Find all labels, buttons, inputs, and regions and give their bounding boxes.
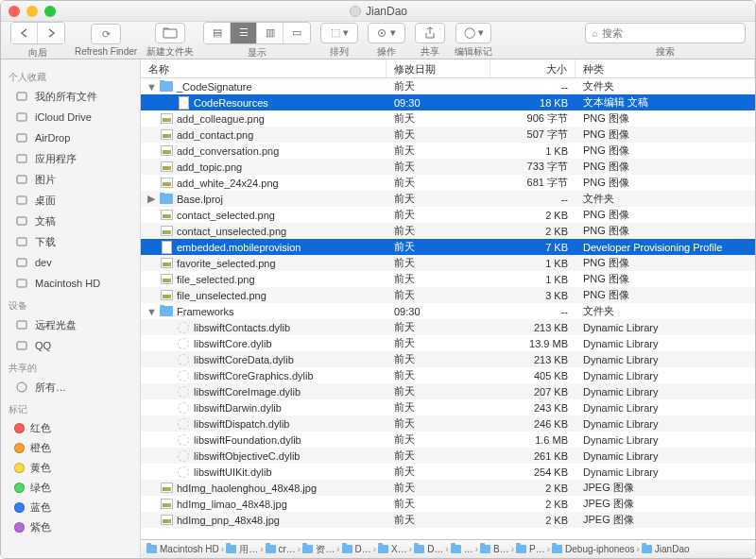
file-list[interactable]: ▼ _CodeSignature 前天 -- 文件夹 CodeResources… bbox=[141, 78, 755, 539]
disclosure-icon[interactable] bbox=[146, 145, 156, 157]
sidebar-item[interactable]: AirDrop bbox=[1, 127, 140, 148]
disclosure-icon[interactable] bbox=[146, 290, 156, 301]
action-button[interactable]: ▾ bbox=[368, 23, 405, 43]
file-row[interactable]: contact_selected.png 前天 2 KB PNG 图像 bbox=[141, 207, 755, 223]
sidebar-item[interactable]: 文稿 bbox=[1, 211, 140, 231]
column-header-kind[interactable]: 种类 bbox=[576, 59, 755, 77]
path-crumb[interactable]: cr… bbox=[266, 544, 296, 554]
sidebar-item[interactable]: 所有… bbox=[1, 377, 140, 398]
path-crumb[interactable]: Debug-iphoneos bbox=[552, 544, 634, 554]
search-input[interactable] bbox=[602, 27, 739, 39]
file-row[interactable]: libswiftCoreData.dylib 前天 213 KB Dynamic… bbox=[141, 351, 755, 367]
file-row[interactable]: embedded.mobileprovision 前天 7 KB Develop… bbox=[141, 239, 755, 255]
sidebar-tag[interactable]: 橙色 bbox=[1, 438, 140, 458]
edit-tags-button[interactable]: ◯ ▾ bbox=[455, 23, 491, 43]
new-folder-button[interactable] bbox=[155, 23, 185, 43]
disclosure-icon[interactable] bbox=[163, 402, 173, 414]
sidebar-item[interactable]: QQ bbox=[1, 335, 140, 356]
file-row[interactable]: add_white_24x24.png 前天 681 字节 PNG 图像 bbox=[141, 175, 755, 191]
file-row[interactable]: add_colleague.png 前天 906 字节 PNG 图像 bbox=[141, 110, 755, 127]
sidebar-item[interactable]: 应用程序 bbox=[1, 148, 140, 169]
path-crumb[interactable]: 用… bbox=[226, 543, 258, 556]
icon-view-button[interactable]: ▤ bbox=[204, 23, 231, 43]
file-row[interactable]: file_unselected.png 前天 3 KB PNG 图像 bbox=[141, 287, 755, 303]
sidebar-item[interactable]: 远程光盘 bbox=[1, 314, 140, 335]
sidebar-tag[interactable]: 红色 bbox=[1, 418, 140, 438]
arrange-button[interactable]: ⬚ ▾ bbox=[320, 23, 358, 43]
file-row[interactable]: hdImg_haolenghou_48x48.jpg 前天 2 KB JPEG … bbox=[141, 480, 755, 496]
path-crumb[interactable]: D… bbox=[342, 544, 371, 554]
file-row[interactable]: add_topic.png 前天 733 字节 PNG 图像 bbox=[141, 159, 755, 175]
file-row[interactable]: libswiftCore.dylib 前天 13.9 MB Dynamic Li… bbox=[141, 335, 755, 351]
file-row[interactable]: libswiftDarwin.dylib 前天 243 KB Dynamic L… bbox=[141, 399, 755, 415]
disclosure-icon[interactable] bbox=[146, 161, 156, 173]
disclosure-icon[interactable] bbox=[163, 466, 173, 478]
file-row[interactable]: favorite_selected.png 前天 1 KB PNG 图像 bbox=[141, 255, 755, 271]
file-row[interactable]: ▼ Frameworks 09:30 -- 文件夹 bbox=[141, 303, 755, 319]
file-row[interactable]: contact_unselected.png 前天 2 KB PNG 图像 bbox=[141, 223, 755, 239]
file-row[interactable]: libswiftContacts.dylib 前天 213 KB Dynamic… bbox=[141, 319, 755, 335]
file-row[interactable]: libswiftObjectiveC.dylib 前天 261 KB Dynam… bbox=[141, 448, 755, 464]
disclosure-icon[interactable] bbox=[163, 338, 173, 349]
forward-button[interactable] bbox=[38, 23, 64, 43]
file-row[interactable]: libswiftCoreImage.dylib 前天 207 KB Dynami… bbox=[141, 383, 755, 399]
file-row[interactable]: add_conversation.png 前天 1 KB PNG 图像 bbox=[141, 143, 755, 159]
path-crumb[interactable]: D… bbox=[414, 544, 443, 554]
sidebar-item[interactable]: 我的所有文件 bbox=[1, 86, 140, 107]
sidebar-item[interactable]: 桌面 bbox=[1, 190, 140, 211]
disclosure-icon[interactable] bbox=[146, 226, 156, 237]
file-row[interactable]: hdImg_limao_48x48.jpg 前天 2 KB JPEG 图像 bbox=[141, 496, 755, 512]
disclosure-icon[interactable] bbox=[146, 210, 156, 221]
file-row[interactable]: hdImg_pnp_48x48.jpg 前天 2 KB JPEG 图像 bbox=[141, 512, 755, 528]
path-crumb[interactable]: 资… bbox=[302, 543, 335, 556]
disclosure-icon[interactable]: ▶ bbox=[146, 193, 156, 205]
list-view-button[interactable]: ☰ bbox=[231, 23, 257, 43]
sidebar-tag[interactable]: 黄色 bbox=[1, 458, 140, 478]
path-crumb[interactable]: JianDao bbox=[642, 544, 690, 554]
file-row[interactable]: libswiftDispatch.dylib 前天 246 KB Dynamic… bbox=[141, 415, 755, 432]
disclosure-icon[interactable] bbox=[146, 129, 156, 141]
sidebar-item[interactable]: 下载 bbox=[1, 231, 140, 252]
sidebar-item[interactable]: Macintosh HD bbox=[1, 273, 140, 294]
file-row[interactable]: add_contact.png 前天 507 字节 PNG 图像 bbox=[141, 127, 755, 143]
share-button[interactable] bbox=[415, 23, 445, 43]
column-header-date[interactable]: 修改日期 bbox=[387, 59, 490, 77]
disclosure-icon[interactable] bbox=[146, 113, 156, 125]
zoom-icon[interactable] bbox=[44, 6, 56, 17]
file-row[interactable]: ▶ Base.lproj 前天 -- 文件夹 bbox=[141, 191, 755, 207]
disclosure-icon[interactable] bbox=[146, 242, 156, 253]
disclosure-icon[interactable] bbox=[163, 370, 173, 381]
column-view-button[interactable]: ▥ bbox=[257, 23, 284, 43]
disclosure-icon[interactable] bbox=[163, 434, 173, 446]
sidebar-tag[interactable]: 绿色 bbox=[1, 478, 140, 498]
disclosure-icon[interactable] bbox=[163, 450, 173, 462]
column-header-name[interactable]: 名称 bbox=[141, 59, 387, 77]
refresh-button[interactable]: ⟳ bbox=[91, 24, 121, 44]
path-crumb[interactable]: … bbox=[451, 544, 473, 554]
disclosure-icon[interactable]: ▼ bbox=[146, 306, 156, 317]
disclosure-icon[interactable] bbox=[163, 322, 173, 333]
sidebar-item[interactable]: iCloud Drive bbox=[1, 107, 140, 127]
disclosure-icon[interactable] bbox=[146, 178, 156, 189]
file-row[interactable]: libswiftFoundation.dylib 前天 1.6 MB Dynam… bbox=[141, 432, 755, 448]
file-row[interactable]: CodeResources 09:30 18 KB 文本编辑 文稿 bbox=[141, 94, 755, 110]
path-crumb[interactable]: Macintosh HD bbox=[146, 544, 219, 554]
path-crumb[interactable]: P… bbox=[516, 544, 545, 554]
file-row[interactable]: libswiftUIKit.dylib 前天 254 KB Dynamic Li… bbox=[141, 464, 755, 480]
disclosure-icon[interactable] bbox=[163, 97, 173, 109]
disclosure-icon[interactable] bbox=[146, 483, 156, 494]
sidebar-tag[interactable]: 蓝色 bbox=[1, 498, 140, 517]
disclosure-icon[interactable] bbox=[146, 499, 156, 510]
disclosure-icon[interactable] bbox=[146, 258, 156, 269]
path-crumb[interactable]: X… bbox=[378, 544, 407, 554]
sidebar-tag[interactable]: 紫色 bbox=[1, 517, 140, 537]
minimize-icon[interactable] bbox=[26, 6, 38, 17]
coverflow-view-button[interactable]: ▭ bbox=[284, 23, 310, 43]
file-row[interactable]: file_selected.png 前天 1 KB PNG 图像 bbox=[141, 271, 755, 287]
disclosure-icon[interactable] bbox=[163, 386, 173, 398]
file-row[interactable]: libswiftCoreGraphics.dylib 前天 405 KB Dyn… bbox=[141, 367, 755, 383]
disclosure-icon[interactable] bbox=[163, 418, 173, 430]
disclosure-icon[interactable] bbox=[146, 274, 156, 285]
back-button[interactable] bbox=[11, 23, 38, 43]
disclosure-icon[interactable]: ▼ bbox=[146, 81, 156, 93]
